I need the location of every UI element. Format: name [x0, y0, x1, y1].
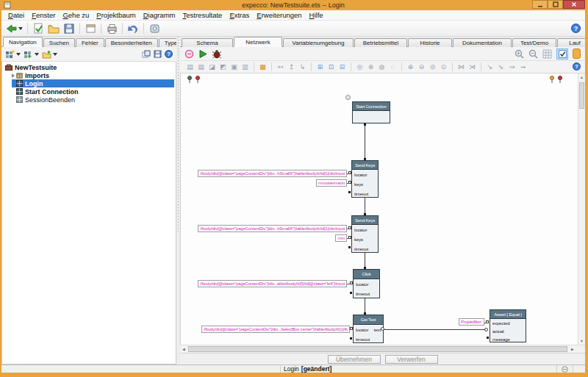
- diagram-tool-icon[interactable]: ⊗: [365, 64, 376, 71]
- diagram-help-button[interactable]: ?: [573, 60, 581, 73]
- timeout-pin[interactable]: [350, 292, 352, 294]
- pin-keys[interactable]: keys: [352, 234, 378, 244]
- titlebar[interactable]: expecco: NewTestsuite.ets -- Login: [1, 0, 585, 10]
- node-start-connection[interactable]: Start Connection: [352, 101, 390, 123]
- edge-toggle-button[interactable]: [573, 49, 581, 59]
- menu-datei[interactable]: Datei: [4, 11, 28, 19]
- scroll-up-arrow[interactable]: ▲: [578, 73, 585, 81]
- scroll-down-arrow[interactable]: ▼: [578, 337, 585, 345]
- pin-timeout[interactable]: timeout: [354, 334, 383, 344]
- node-send-keys-1[interactable]: Send Keys locator keys timeout: [351, 160, 379, 198]
- diagram-tool-icon[interactable]: ↘: [484, 64, 495, 71]
- diagram-tool-icon[interactable]: ◎: [354, 64, 365, 71]
- value-label-locator[interactable]: //body/div[@class="pageContentDiv"]/div.…: [201, 326, 350, 333]
- diagram-tool-icon[interactable]: ◩: [218, 64, 229, 71]
- diagram-tool-icon[interactable]: ⊕: [405, 64, 416, 71]
- menu-hilfe[interactable]: Hilfe: [306, 11, 327, 19]
- diagram-tool-icon[interactable]: ↝: [506, 64, 517, 71]
- tree-item-start-connection[interactable]: Start Connection: [2, 87, 176, 96]
- diagram-tool-icon[interactable]: ⋊: [467, 64, 478, 71]
- value-label-keys[interactable]: mm: [335, 234, 347, 242]
- horizontal-scrollbar[interactable]: ◀ ▶: [180, 345, 585, 353]
- value-label-locator[interactable]: //body/div[@class="pageContentDiv"]/div.…: [198, 170, 347, 177]
- actual-input-pin[interactable]: [484, 328, 488, 331]
- menu-gehe-zu[interactable]: Gehe zu: [59, 11, 93, 19]
- diagram-tool-icon[interactable]: ↳: [297, 64, 308, 71]
- node-click[interactable]: Click locator timeout: [353, 269, 380, 298]
- menu-testresultate[interactable]: Testresultate: [179, 11, 226, 19]
- diagram-tool-icon[interactable]: ⊙: [438, 64, 449, 71]
- tab-besonderheiten[interactable]: Besonderheiten: [105, 38, 158, 47]
- network-canvas[interactable]: Start Connection Send Keys locator keys …: [180, 73, 578, 345]
- debug-bug-icon[interactable]: [212, 49, 222, 59]
- diagram-tool-icon[interactable]: ▤: [184, 64, 196, 71]
- tab-lauf[interactable]: Lauf: [557, 38, 588, 47]
- grid-toggle-icon[interactable]: [542, 49, 552, 59]
- diagram-tool-icon[interactable]: ▣: [229, 64, 240, 71]
- back-button[interactable]: [4, 22, 24, 35]
- run-play-icon[interactable]: [198, 49, 207, 59]
- tree-item-newtestsuite[interactable]: NewTestsuite: [2, 63, 176, 71]
- tree-item-sessionbeenden[interactable]: SessionBeenden: [2, 96, 176, 104]
- pin-orange-icon[interactable]: [549, 76, 555, 84]
- timeout-pin[interactable]: [348, 246, 351, 248]
- undo-button[interactable]: [126, 22, 140, 35]
- diagram-tool-icon[interactable]: ⊖: [416, 64, 427, 71]
- node-assert-equal[interactable]: Assert [ Equal ] expected actual message: [490, 309, 526, 342]
- pin-red-icon[interactable]: [195, 76, 201, 84]
- diagram-tool-icon[interactable]: ⋈: [456, 64, 467, 71]
- add-block-caret[interactable]: [35, 53, 39, 56]
- tab-suchen[interactable]: Suchen: [43, 38, 75, 47]
- value-label-locator[interactable]: //body/div[@class="pageContentDiv"]/div.…: [198, 225, 347, 232]
- diagram-tool-icon[interactable]: ◌: [387, 64, 398, 71]
- vertical-scroll-thumb[interactable]: [579, 82, 584, 109]
- open-button[interactable]: [47, 22, 60, 35]
- menu-erweiterungen[interactable]: Erweiterungen: [253, 11, 305, 19]
- tab-variablenumgebung[interactable]: Variablenumgebung: [283, 38, 354, 47]
- print-button[interactable]: [105, 22, 118, 35]
- pin-red-icon[interactable]: [557, 76, 563, 84]
- diagram-tool-icon[interactable]: ▤: [196, 64, 207, 71]
- diagram-tool-icon[interactable]: ⊡: [326, 64, 337, 71]
- message-pin[interactable]: [487, 337, 489, 339]
- new-item-caret[interactable]: [16, 53, 21, 56]
- tab-test-demo[interactable]: Test/Demo: [512, 38, 556, 47]
- zoom-out-icon[interactable]: [528, 49, 538, 59]
- menu-extras[interactable]: Extras: [226, 11, 253, 19]
- node-send-keys-2[interactable]: Send Keys locator keys timeout: [351, 215, 379, 253]
- pin-timeout[interactable]: timeout: [352, 189, 378, 198]
- status-resize-grip[interactable]: [573, 365, 585, 373]
- diagram-tool-icon[interactable]: ⊟: [337, 64, 348, 71]
- menu-diagramm[interactable]: Diagramm: [140, 11, 179, 19]
- pin-keys[interactable]: keys: [352, 179, 378, 189]
- tab-netzwerk[interactable]: Netzwerk: [234, 37, 282, 47]
- new-window-button[interactable]: [84, 22, 97, 35]
- diagram-tool-icon[interactable]: ◍: [376, 64, 387, 71]
- diagram-tool-icon[interactable]: ◪: [207, 64, 218, 71]
- snap-checkbox[interactable]: [556, 49, 568, 60]
- diagram-tool-icon[interactable]: ↤: [275, 64, 286, 71]
- pin-locator[interactable]: locator: [352, 225, 378, 234]
- vertical-scrollbar[interactable]: ▲ ▼: [578, 73, 585, 345]
- pin-timeout[interactable]: timeout: [352, 244, 378, 254]
- pin-locator[interactable]: locator: [354, 279, 379, 289]
- add-block-button[interactable]: [23, 49, 40, 60]
- start-marker[interactable]: [345, 95, 351, 100]
- pin-timeout[interactable]: timeout: [354, 289, 379, 298]
- diagram-tool-icon[interactable]: ⊘: [427, 64, 438, 71]
- tree-item-login[interactable]: Login: [12, 79, 174, 87]
- timeout-pin[interactable]: [350, 337, 352, 340]
- tree-help-button[interactable]: ?: [164, 49, 173, 59]
- diagram-tool-icon[interactable]: ▩: [257, 64, 268, 71]
- value-label-locator[interactable]: //body/div[@class="pageContentDiv"]/div.…: [198, 280, 347, 287]
- menu-projektbaum[interactable]: Projektbaum: [93, 11, 139, 19]
- tab-dokumentation[interactable]: Dokumentation: [453, 38, 512, 47]
- tab-navigation[interactable]: Navigation: [3, 37, 43, 47]
- save-tree-button[interactable]: [153, 49, 162, 59]
- pin-icon[interactable]: [187, 76, 193, 84]
- accept-button[interactable]: [32, 22, 45, 35]
- apply-button[interactable]: Übernehmen: [328, 355, 381, 364]
- detach-view-button[interactable]: [141, 49, 151, 59]
- value-label-keys[interactable]: mmustermann: [316, 179, 347, 187]
- pin-text-output[interactable]: text: [374, 328, 381, 332]
